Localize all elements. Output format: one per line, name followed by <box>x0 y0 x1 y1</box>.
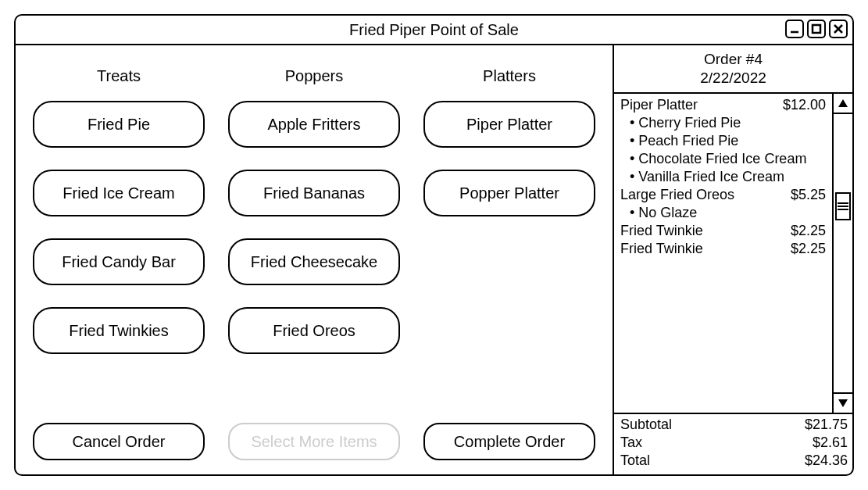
action-row: Cancel Order Select More Items Complete … <box>33 418 595 460</box>
maximize-button[interactable] <box>807 20 826 38</box>
item-label: Fried Oreos <box>273 322 355 340</box>
item-label: Fried Ice Cream <box>63 184 174 202</box>
item-label: Fried Twinkies <box>69 322 168 340</box>
item-apple-fritters[interactable]: Apple Fritters <box>228 101 400 148</box>
button-label: Cancel Order <box>73 433 166 451</box>
item-label: Fried Pie <box>88 116 150 134</box>
titlebar: Fried Piper Point of Sale <box>16 16 852 45</box>
order-totals: Subtotal$21.75 Tax$2.61 Total$24.36 <box>614 414 852 474</box>
cancel-order-button[interactable]: Cancel Order <box>33 423 205 460</box>
order-subline: • No Glaze <box>620 204 827 222</box>
menu-panel: Treats Fried Pie Fried Ice Cream Fried C… <box>16 45 613 474</box>
order-line-price: $2.25 <box>791 222 827 240</box>
order-line[interactable]: Large Fried Oreos$5.25 <box>620 186 827 204</box>
order-subline: • Peach Fried Pie <box>620 132 827 150</box>
minimize-icon <box>789 23 800 34</box>
col-title-treats: Treats <box>97 67 141 85</box>
subtotal-label: Subtotal <box>620 416 805 434</box>
item-label: Apple Fritters <box>268 116 361 134</box>
order-panel: Order #4 2/22/2022 Piper Platter$12.00• … <box>613 45 852 474</box>
order-number: Order #4 <box>617 50 849 69</box>
order-subline: • Cherry Fried Pie <box>620 114 827 132</box>
col-title-poppers: Poppers <box>285 67 344 85</box>
order-line-price: $5.25 <box>791 186 827 204</box>
content: Treats Fried Pie Fried Ice Cream Fried C… <box>16 45 852 474</box>
total-value: $24.36 <box>805 452 848 470</box>
order-body-wrap: Piper Platter$12.00• Cherry Fried Pie• P… <box>614 94 852 414</box>
order-line-price: $2.25 <box>791 240 827 258</box>
item-fried-pie[interactable]: Fried Pie <box>33 101 205 148</box>
col-treats: Treats Fried Pie Fried Ice Cream Fried C… <box>33 61 205 418</box>
tax-value: $2.61 <box>813 434 848 452</box>
order-date: 2/22/2022 <box>617 69 849 88</box>
minimize-button[interactable] <box>785 20 804 38</box>
total-label: Total <box>620 452 805 470</box>
item-fried-twinkies[interactable]: Fried Twinkies <box>33 307 205 354</box>
item-fried-oreos[interactable]: Fried Oreos <box>228 307 400 354</box>
order-line[interactable]: Fried Twinkie$2.25 <box>620 222 827 240</box>
item-label: Piper Platter <box>466 116 552 134</box>
chevron-up-icon <box>838 98 848 108</box>
button-label: Select More Items <box>251 433 377 451</box>
item-label: Fried Bananas <box>263 184 365 202</box>
svg-marker-4 <box>838 99 848 107</box>
col-poppers: Poppers Apple Fritters Fried Bananas Fri… <box>228 61 400 418</box>
scroll-down-button[interactable] <box>834 392 852 413</box>
select-more-items-button: Select More Items <box>228 423 400 460</box>
close-button[interactable] <box>829 20 848 38</box>
scrollbar-track[interactable] <box>834 114 852 392</box>
item-fried-ice-cream[interactable]: Fried Ice Cream <box>33 170 205 216</box>
complete-order-button[interactable]: Complete Order <box>423 423 595 460</box>
order-line-name: Fried Twinkie <box>620 240 791 258</box>
menu-columns: Treats Fried Pie Fried Ice Cream Fried C… <box>33 61 595 418</box>
order-line[interactable]: Piper Platter$12.00 <box>620 96 827 114</box>
order-subline: • Chocolate Fried Ice Cream <box>620 150 827 168</box>
item-popper-platter[interactable]: Popper Platter <box>423 170 595 216</box>
order-line-name: Fried Twinkie <box>620 222 791 240</box>
maximize-icon <box>811 23 822 34</box>
order-line-name: Piper Platter <box>620 96 783 114</box>
col-title-platters: Platters <box>483 67 536 85</box>
order-line[interactable]: Fried Twinkie$2.25 <box>620 240 827 258</box>
button-label: Complete Order <box>454 433 565 451</box>
order-items-list: Piper Platter$12.00• Cherry Fried Pie• P… <box>614 94 832 413</box>
order-header: Order #4 2/22/2022 <box>614 45 852 94</box>
subtotal-value: $21.75 <box>805 416 848 434</box>
window-controls <box>785 20 848 38</box>
item-fried-cheesecake[interactable]: Fried Cheesecake <box>228 238 400 285</box>
item-fried-bananas[interactable]: Fried Bananas <box>228 170 400 216</box>
col-platters: Platters Piper Platter Popper Platter <box>423 61 595 418</box>
scrollbar[interactable] <box>832 94 852 413</box>
item-label: Fried Cheesecake <box>251 253 377 271</box>
scrollbar-thumb[interactable] <box>835 192 851 220</box>
item-piper-platter[interactable]: Piper Platter <box>423 101 595 148</box>
order-line-price: $12.00 <box>783 96 827 114</box>
svg-rect-1 <box>813 25 820 33</box>
order-line-name: Large Fried Oreos <box>620 186 791 204</box>
order-subline: • Vanilla Fried Ice Cream <box>620 168 827 186</box>
svg-marker-5 <box>838 399 848 407</box>
window-title: Fried Piper Point of Sale <box>16 21 852 39</box>
tax-label: Tax <box>620 434 813 452</box>
chevron-down-icon <box>838 399 848 408</box>
close-icon <box>833 23 844 34</box>
app-window: Fried Piper Point of Sale Treats Fried P… <box>14 14 854 476</box>
item-fried-candy-bar[interactable]: Fried Candy Bar <box>33 238 205 285</box>
scroll-up-button[interactable] <box>834 94 852 114</box>
item-label: Popper Platter <box>459 184 559 202</box>
item-label: Fried Candy Bar <box>62 253 176 271</box>
